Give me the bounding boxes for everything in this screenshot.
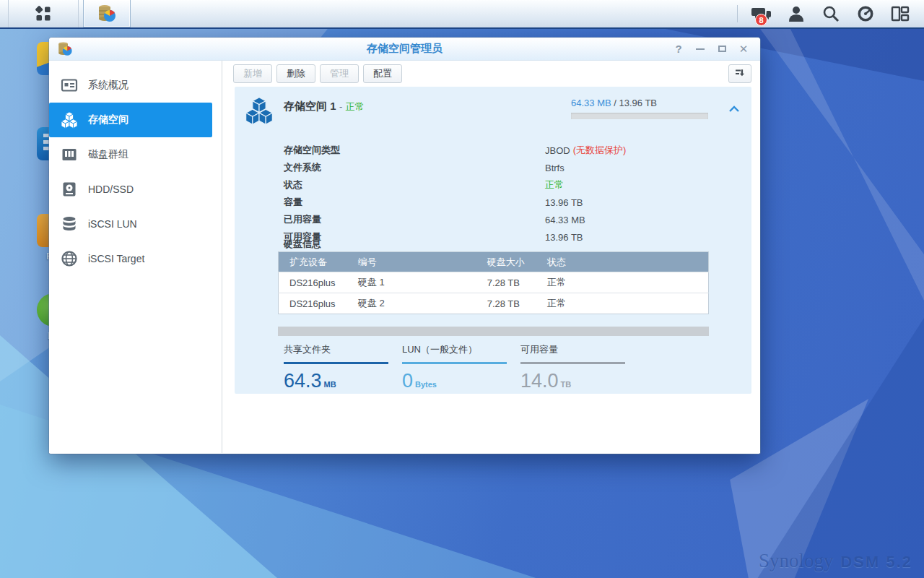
sidebar-item-label: iSCSI LUN [88, 218, 137, 230]
stat-unit: TB [561, 380, 572, 389]
detail-label: 可用容量 [284, 230, 545, 243]
create-button[interactable]: 新增 [233, 64, 272, 83]
sidebar-item-overview[interactable]: 系统概况 [49, 68, 212, 103]
detail-row: 存储空间类型 JBOD (无数据保护) [284, 142, 626, 159]
stat-unit: Bytes [415, 380, 437, 389]
main-menu-icon [34, 4, 53, 23]
notifications-button[interactable]: 8 [748, 1, 775, 26]
synology-logo: Synology [759, 550, 834, 572]
stat-rule [402, 362, 507, 364]
sidebar-item-label: 系统概况 [88, 79, 128, 92]
storage-manager-task-button[interactable] [83, 0, 131, 27]
detail-row: 容量 13.96 TB [284, 194, 626, 211]
disk-info-table: 扩充设备 编号 硬盘大小 状态 DS216plus 硬盘 1 7.28 TB 正… [278, 251, 709, 314]
volume-details: 存储空间类型 JBOD (无数据保护) 文件系统 Btrfs 状态 正常 容量 [284, 142, 626, 246]
detail-label: 状态 [284, 178, 545, 191]
window-app-icon [56, 40, 74, 58]
pilot-view-button[interactable] [886, 1, 914, 26]
volume-name: 存储空间 1 [284, 100, 336, 112]
stat-value: 64.3 [284, 370, 322, 392]
detail-label: 文件系统 [284, 161, 545, 174]
stat-lun: LUN（一般文件） 0Bytes [402, 343, 507, 392]
maximize-button[interactable] [714, 42, 730, 56]
overview-icon [61, 77, 78, 94]
volume-status: 正常 [346, 101, 365, 112]
table-header-row: 扩充设备 编号 硬盘大小 状态 [279, 252, 709, 272]
detail-value: 13.96 TB [545, 232, 583, 243]
manage-button[interactable]: 管理 [320, 64, 359, 83]
usage-used: 64.33 MB [571, 98, 611, 108]
window-controls: ? ✕ [671, 42, 760, 56]
usage-progress-bar [571, 113, 708, 119]
detail-label: 存储空间类型 [284, 144, 545, 157]
notification-badge: 8 [755, 14, 767, 26]
status-separator: - [339, 101, 342, 112]
stat-rule [284, 362, 388, 364]
sidebar-item-disk-group[interactable]: 磁盘群组 [49, 137, 212, 172]
cell-device: DS216plus [279, 293, 347, 314]
widgets-icon [890, 4, 910, 23]
help-button[interactable]: ? [671, 42, 687, 56]
cell-slot: 硬盘 1 [347, 272, 476, 293]
detail-value: 13.96 TB [545, 197, 583, 208]
stat-value: 14.0 [520, 370, 559, 392]
cell-status: 正常 [536, 293, 708, 314]
column-header: 编号 [347, 252, 476, 272]
detail-row: 可用容量 13.96 TB [284, 228, 626, 246]
sidebar-item-iscsi-target[interactable]: iSCSI Target [49, 241, 212, 276]
volume-panel: 存储空间 1 - 正常 64.33 MB / 13.96 TB [235, 87, 751, 394]
volume-header[interactable]: 存储空间 1 - 正常 64.33 MB / 13.96 TB [235, 87, 751, 125]
table-row[interactable]: DS216plus 硬盘 1 7.28 TB 正常 [279, 272, 709, 293]
storage-manager-icon [96, 3, 118, 25]
delete-button[interactable]: 删除 [276, 64, 315, 83]
cell-size: 7.28 TB [476, 293, 536, 314]
window-titlebar[interactable]: 存储空间管理员 ? ✕ [49, 38, 760, 61]
column-header: 硬盘大小 [476, 252, 536, 272]
detail-value: Btrfs [545, 163, 565, 173]
cell-slot: 硬盘 2 [347, 293, 476, 314]
detail-value: JBOD [545, 145, 570, 156]
configure-button[interactable]: 配置 [363, 64, 402, 83]
cell-status: 正常 [536, 272, 708, 293]
detail-row: 状态 正常 [284, 176, 626, 194]
iscsi-target-icon [61, 250, 78, 267]
stat-label: 共享文件夹 [284, 343, 388, 362]
collapse-chevron-icon[interactable] [728, 105, 740, 113]
resource-monitor-button[interactable] [852, 1, 879, 26]
minimize-button[interactable] [692, 42, 708, 56]
sidebar-item-label: 存储空间 [88, 113, 128, 126]
hdd-icon [61, 181, 78, 198]
main-menu-button[interactable] [9, 0, 79, 27]
detail-value: 64.33 MB [545, 215, 585, 225]
detail-label: 容量 [284, 196, 545, 209]
user-menu-button[interactable] [783, 1, 810, 26]
stat-label: LUN（一般文件） [402, 343, 507, 362]
stat-available: 可用容量 14.0TB [520, 343, 625, 392]
taskbar-tray: 8 [737, 0, 924, 27]
close-button[interactable]: ✕ [736, 42, 751, 56]
volume-cubes-icon [61, 111, 78, 129]
stat-shared-folders: 共享文件夹 64.3MB [284, 343, 388, 392]
collapse-list-icon [734, 68, 746, 79]
search-button[interactable] [817, 1, 845, 26]
table-row[interactable]: DS216plus 硬盘 2 7.28 TB 正常 [279, 293, 709, 314]
stat-label: 可用容量 [520, 343, 625, 362]
gauge-icon [856, 4, 875, 23]
cell-size: 7.28 TB [476, 272, 536, 293]
column-header: 扩充设备 [279, 252, 347, 272]
toolbar: 新增 删除 管理 配置 [222, 61, 760, 87]
collapse-all-button[interactable] [728, 64, 751, 83]
detail-row: 文件系统 Btrfs [284, 159, 626, 176]
tray-separator [737, 5, 738, 22]
sidebar-item-volume[interactable]: 存储空间 [49, 103, 212, 137]
sidebar: 系统概况 存储空间 磁盘群组 [49, 61, 222, 453]
sidebar-item-label: HDD/SSD [88, 184, 134, 195]
detail-warning: (无数据保护) [573, 144, 627, 157]
sidebar-item-iscsi-lun[interactable]: iSCSI LUN [49, 207, 212, 241]
dsm-watermark: Synology DSM 5.2 [759, 550, 912, 572]
sidebar-item-hdd-ssd[interactable]: HDD/SSD [49, 172, 212, 207]
user-icon [787, 4, 806, 23]
stat-value: 0 [402, 370, 413, 392]
taskbar: 8 [0, 0, 924, 29]
sidebar-item-label: iSCSI Target [88, 253, 144, 264]
